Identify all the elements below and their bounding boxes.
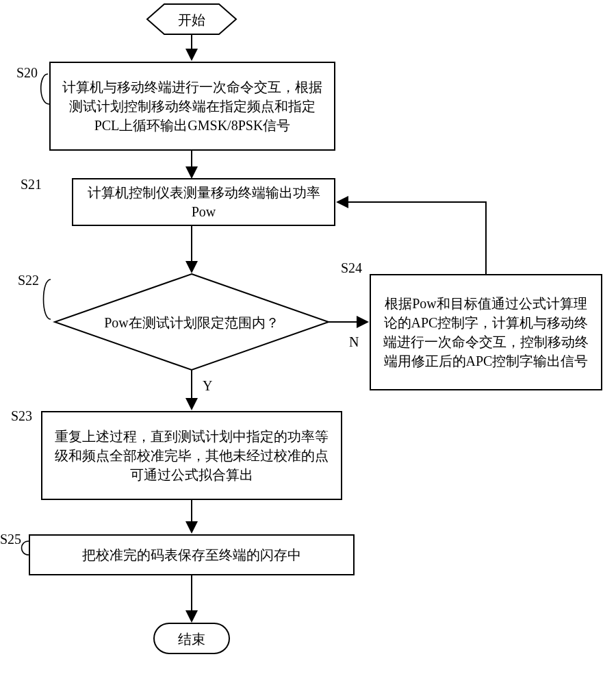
step-s22-label: S22	[18, 273, 39, 288]
step-s23: 重复上述过程，直到测试计划中指定的功率等级和频点全部校准完毕，其他未经过校准的点…	[41, 411, 342, 500]
step-s24-label: S24	[341, 260, 362, 276]
decision-text: Pow在测试计划限定范围内？	[85, 314, 298, 332]
start-label: 开始	[175, 11, 209, 29]
step-s23-text: 重复上述过程，直到测试计划中指定的功率等级和频点全部校准完毕，其他未经过校准的点…	[52, 427, 331, 484]
step-s20: 计算机与移动终端进行一次命令交互，根据测试计划控制移动终端在指定频点和指定PCL…	[49, 62, 335, 151]
step-s21-label: S21	[21, 177, 42, 192]
step-s25-text: 把校准完的码表保存至终端的闪存中	[82, 545, 301, 564]
step-s24-text: 根据Pow和目标值通过公式计算理论的APC控制字，计算机与移动终端进行一次命令交…	[381, 294, 591, 371]
decision-yes-label: Y	[203, 378, 212, 394]
step-s24: 根据Pow和目标值通过公式计算理论的APC控制字，计算机与移动终端进行一次命令交…	[370, 274, 602, 390]
step-s23-label: S23	[11, 408, 32, 424]
step-s21-text: 计算机控制仪表测量移动终端输出功率Pow	[83, 183, 324, 221]
step-s25: 把校准完的码表保存至终端的闪存中	[29, 534, 355, 575]
step-s25-label: S25	[0, 532, 21, 547]
end-label: 结束	[175, 630, 209, 649]
step-s20-text: 计算机与移动终端进行一次命令交互，根据测试计划控制移动终端在指定频点和指定PCL…	[60, 77, 324, 135]
step-s21: 计算机控制仪表测量移动终端输出功率Pow	[72, 178, 335, 226]
step-s20-label: S20	[16, 65, 38, 81]
decision-no-label: N	[349, 334, 359, 350]
